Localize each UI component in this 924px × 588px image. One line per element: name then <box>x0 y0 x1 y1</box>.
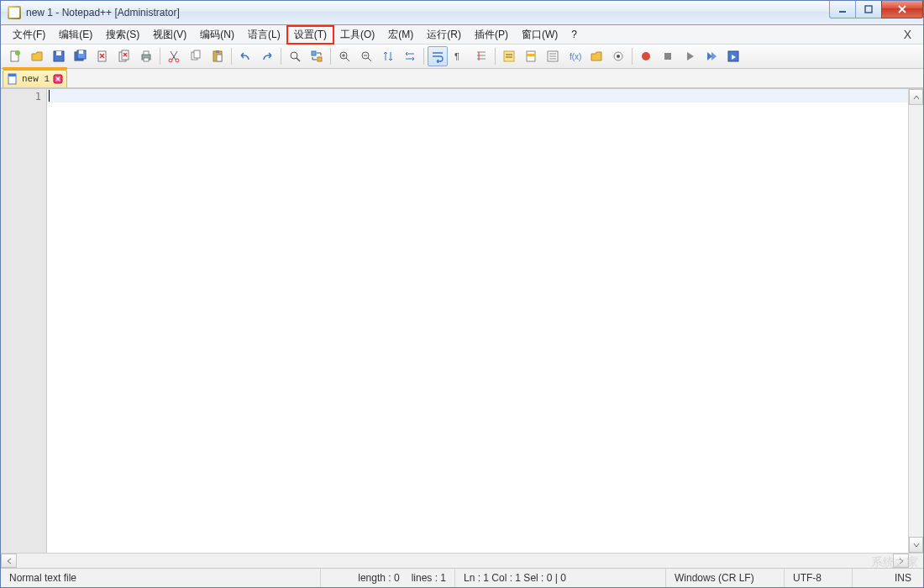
svg-rect-18 <box>194 50 200 58</box>
toolbar-separator <box>160 48 160 65</box>
save-icon <box>52 50 66 63</box>
tb-save-macro[interactable] <box>723 46 743 66</box>
tb-doc-map[interactable] <box>521 46 541 66</box>
svg-rect-21 <box>217 55 222 61</box>
status-eol[interactable]: Windows (CR LF) <box>666 569 785 587</box>
toolbar-separator <box>231 48 232 65</box>
menu-close-doc[interactable]: X <box>897 28 918 41</box>
status-bar: Normal text file length : 0 lines : 1 Ln… <box>1 568 923 587</box>
menu-search[interactable]: 搜索(S) <box>99 26 146 44</box>
tb-open[interactable] <box>27 46 47 66</box>
menu-language[interactable]: 语言(L) <box>241 26 287 44</box>
folder-icon <box>590 50 603 63</box>
svg-point-34 <box>617 55 620 58</box>
tb-zoom-in[interactable] <box>334 46 354 66</box>
undo-icon <box>239 50 252 63</box>
play-multi-icon <box>705 50 718 63</box>
menu-tools[interactable]: 工具(O) <box>333 26 381 44</box>
close-doc-icon <box>96 50 109 63</box>
tb-undo[interactable] <box>235 46 255 66</box>
menu-window[interactable]: 窗口(W) <box>515 26 564 44</box>
title-bar[interactable]: new 1 - Notepad++ [Administrator] <box>1 1 923 25</box>
tb-sync-v[interactable] <box>378 46 398 66</box>
scroll-right-button[interactable] <box>893 554 909 568</box>
current-line-highlight <box>47 89 908 102</box>
tb-func-list[interactable]: f(x) <box>564 46 585 66</box>
scroll-left-button[interactable] <box>1 554 17 568</box>
tb-close-all[interactable] <box>114 46 134 66</box>
scroll-track-h[interactable] <box>17 554 893 568</box>
maximize-button[interactable] <box>855 1 882 18</box>
menu-edit[interactable]: 编辑(E) <box>52 26 99 44</box>
svg-rect-1 <box>865 6 872 13</box>
close-icon <box>896 4 908 14</box>
tb-replace[interactable] <box>307 46 327 66</box>
menu-run[interactable]: 运行(R) <box>420 26 468 44</box>
tb-save[interactable] <box>49 46 69 66</box>
chevron-up-icon <box>913 94 920 101</box>
text-editor[interactable] <box>47 89 908 553</box>
svg-rect-28 <box>504 51 514 61</box>
tb-find[interactable] <box>285 46 305 66</box>
status-encoding[interactable]: UTF-8 <box>785 569 853 587</box>
status-insert-mode[interactable]: INS <box>853 569 923 587</box>
tb-word-wrap[interactable] <box>428 46 448 66</box>
tb-redo[interactable] <box>257 46 277 66</box>
vertical-scrollbar[interactable] <box>908 89 923 553</box>
menu-encoding[interactable]: 编码(N) <box>193 26 241 44</box>
tb-print[interactable] <box>136 46 156 66</box>
indent-guide-icon <box>475 50 488 63</box>
tb-copy[interactable] <box>186 46 206 66</box>
toolbar-separator <box>632 48 633 65</box>
tb-udl[interactable] <box>499 46 519 66</box>
menu-settings[interactable]: 设置(T) <box>287 26 333 44</box>
tb-cut[interactable] <box>164 46 184 66</box>
close-button[interactable] <box>881 1 923 18</box>
tb-show-all[interactable]: ¶ <box>449 46 470 66</box>
zoom-in-icon <box>338 50 351 63</box>
tab-close-icon[interactable] <box>53 74 63 84</box>
save-all-icon <box>74 50 87 63</box>
tb-play-multi[interactable] <box>701 46 722 66</box>
tb-new[interactable] <box>5 46 25 66</box>
text-caret <box>49 90 50 102</box>
editor-area: 1 <box>1 88 923 553</box>
menu-view[interactable]: 视图(V) <box>146 26 193 44</box>
horizontal-scrollbar[interactable] <box>1 553 923 568</box>
tb-record-macro[interactable] <box>636 46 656 66</box>
paste-icon <box>211 50 224 63</box>
tb-stop-macro[interactable] <box>658 46 678 66</box>
app-window: new 1 - Notepad++ [Administrator] 文件(F) … <box>0 0 924 588</box>
status-length: length : 0 <box>358 572 399 584</box>
tb-indent[interactable] <box>471 46 491 66</box>
tb-doc-list[interactable] <box>543 46 563 66</box>
svg-text:¶: ¶ <box>454 51 459 61</box>
menu-plugins[interactable]: 插件(P) <box>468 26 515 44</box>
menu-file[interactable]: 文件(F) <box>6 26 52 44</box>
show-all-chars-icon: ¶ <box>453 50 466 63</box>
doc-map-icon <box>524 50 538 63</box>
scroll-up-button[interactable] <box>909 89 923 105</box>
redo-icon <box>260 50 274 63</box>
tab-new-1[interactable]: new 1 <box>3 70 67 87</box>
scroll-down-button[interactable] <box>909 537 923 553</box>
line-number: 1 <box>1 91 41 102</box>
menu-macro[interactable]: 宏(M) <box>381 26 420 44</box>
replace-icon <box>310 50 323 63</box>
scroll-track[interactable] <box>909 105 923 537</box>
minimize-button[interactable] <box>829 1 856 18</box>
tb-save-all[interactable] <box>71 46 91 66</box>
tb-monitor[interactable] <box>608 46 628 66</box>
tb-zoom-out[interactable] <box>356 46 376 66</box>
toolbar-separator <box>281 48 281 65</box>
tb-paste[interactable] <box>207 46 228 66</box>
sync-scroll-h-icon <box>403 50 417 63</box>
function-list-icon: f(x) <box>568 50 581 63</box>
tb-folder[interactable] <box>586 46 606 66</box>
toolbar: ¶ f(x) <box>1 45 923 69</box>
window-title: new 1 - Notepad++ [Administrator] <box>26 7 180 18</box>
tb-sync-h[interactable] <box>400 46 420 66</box>
tb-play-macro[interactable] <box>680 46 700 66</box>
menu-help[interactable]: ? <box>564 27 584 42</box>
tb-close[interactable] <box>92 46 113 66</box>
